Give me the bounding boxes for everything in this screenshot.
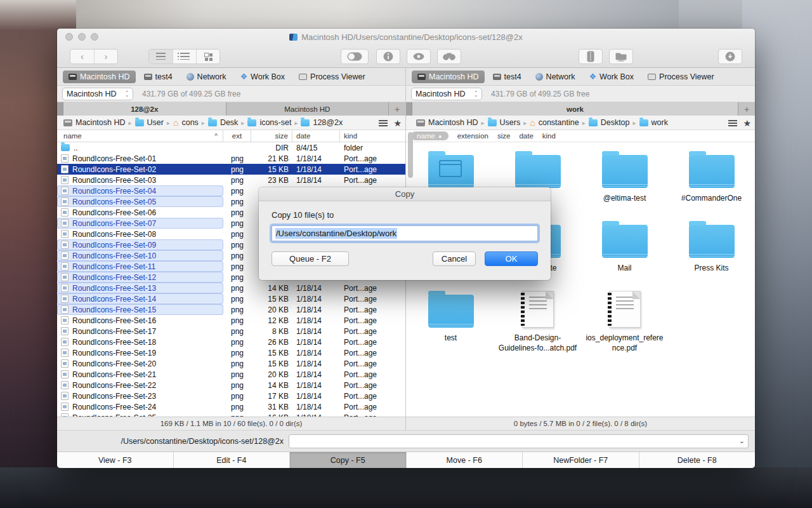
chevron-down-icon[interactable]: ⌄ <box>739 437 745 445</box>
downloads-button[interactable] <box>718 49 742 64</box>
file-row[interactable]: RoundIcons-Free-Set-25png16 KB1/18/14Por… <box>57 412 405 417</box>
column-header-size[interactable]: size <box>251 130 292 142</box>
column-header-kind[interactable]: kind <box>340 130 405 142</box>
file-row[interactable]: RoundIcons-Free-Set-02png15 KB1/18/14Por… <box>57 164 405 175</box>
new-tab-button[interactable]: + <box>389 102 405 116</box>
device-tab-macintosh-hd[interactable]: Macintosh HD <box>412 70 485 83</box>
breadcrumb-item[interactable]: work <box>639 118 668 127</box>
info-button[interactable] <box>376 49 400 64</box>
file-row[interactable]: RoundIcons-Free-Set-16png12 KB1/18/14Por… <box>57 315 405 326</box>
drive-select-right[interactable]: Macintosh HD ⌃⌄ <box>411 88 482 100</box>
file-row[interactable]: RoundIcons-Free-Set-14png15 KB1/18/14Por… <box>57 293 405 304</box>
breadcrumb-item[interactable]: Desktop <box>589 118 630 127</box>
device-tab-label: test4 <box>155 72 173 81</box>
column-header-name[interactable]: name▲ <box>411 131 449 140</box>
device-tab-network[interactable]: Network <box>181 70 232 83</box>
breadcrumb-item[interactable]: 128@2x <box>301 118 343 127</box>
grid-item[interactable]: #CommanderOne <box>668 151 755 221</box>
list-view-button[interactable] <box>149 50 173 64</box>
ok-button[interactable]: OK <box>485 251 538 266</box>
device-tab-process-viewer[interactable]: Process Viewer <box>293 70 371 83</box>
file-row[interactable]: RoundIcons-Free-Set-17png8 KB1/18/14Port… <box>57 326 405 337</box>
pane-tab-work[interactable]: work <box>412 102 738 116</box>
breadcrumb-item[interactable]: Desk <box>208 118 238 127</box>
file-row[interactable]: RoundIcons-Free-Set-13png14 KB1/18/14Por… <box>57 283 405 293</box>
grid-item-icon-box <box>428 291 474 328</box>
file-row[interactable]: ..DIR8/4/15folder <box>57 142 405 153</box>
archive-button[interactable] <box>579 49 603 64</box>
breadcrumb-item[interactable]: Users <box>488 118 521 127</box>
favorites-star-icon[interactable]: ★ <box>743 119 751 128</box>
detail-view-button[interactable] <box>173 50 196 64</box>
pane-tab-128-2x[interactable]: 128@2x <box>63 102 226 116</box>
device-tab-test4[interactable]: test4 <box>487 70 527 83</box>
zoom-button[interactable] <box>91 33 98 41</box>
breadcrumb-item[interactable]: icons-set <box>247 118 291 127</box>
grid-item[interactable]: Mail <box>581 221 668 291</box>
drive-select-left[interactable]: Macintosh HD ⌃⌄ <box>62 88 133 100</box>
fn-button-copy-f5[interactable]: Copy - F5 <box>289 452 406 468</box>
device-tab-network[interactable]: Network <box>530 70 581 83</box>
fn-button-delete-f8[interactable]: Delete - F8 <box>639 452 756 468</box>
panel-toggle-button[interactable] <box>341 49 369 64</box>
grid-item[interactable]: Band-Design-Guidelines-fo...atch.pdf <box>494 291 581 361</box>
history-menu-icon[interactable] <box>379 120 388 126</box>
column-header-date[interactable]: date <box>292 130 340 142</box>
file-row[interactable]: RoundIcons-Free-Set-18png26 KB1/18/14Por… <box>57 337 405 347</box>
file-row[interactable]: RoundIcons-Free-Set-01png21 KB1/18/14Por… <box>57 153 405 164</box>
history-menu-icon[interactable] <box>728 120 737 126</box>
device-tab-process-viewer[interactable]: Process Viewer <box>642 70 720 83</box>
device-tab-test4[interactable]: test4 <box>138 70 178 83</box>
fn-button-move-f6[interactable]: Move - F6 <box>406 452 523 468</box>
device-tab-work-box[interactable]: ❖Work Box <box>583 70 639 83</box>
breadcrumb-item[interactable]: ⌂constantine <box>530 118 579 127</box>
scrollbar-thumb[interactable] <box>408 132 413 178</box>
grid-view-button[interactable] <box>196 50 219 64</box>
grid-item[interactable]: Press Kits <box>668 221 755 291</box>
file-row[interactable]: RoundIcons-Free-Set-23png17 KB1/18/14Por… <box>57 391 405 401</box>
file-row[interactable]: RoundIcons-Free-Set-21png20 KB1/18/14Por… <box>57 369 405 380</box>
back-button[interactable]: ‹ <box>70 50 94 64</box>
pane-tab-macintosh-hd[interactable]: Macintosh HD <box>226 102 390 116</box>
destination-input[interactable]: /Users/constantine/Desktop/work <box>272 225 538 241</box>
favorites-star-icon[interactable]: ★ <box>393 119 402 128</box>
column-header-size[interactable]: size <box>497 132 510 140</box>
file-date-cell: 1/18/14 <box>292 283 340 293</box>
search-button[interactable] <box>437 49 461 64</box>
grid-item[interactable]: ios_deployment_reference.pdf <box>581 291 668 361</box>
file-row[interactable]: RoundIcons-Free-Set-15png20 KB1/18/14Por… <box>57 304 405 315</box>
file-row[interactable]: RoundIcons-Free-Set-19png15 KB1/18/14Por… <box>57 347 405 358</box>
column-header-extension[interactable]: extension <box>457 132 488 140</box>
file-row[interactable]: RoundIcons-Free-Set-22png14 KB1/18/14Por… <box>57 380 405 391</box>
command-line-input[interactable] <box>289 434 749 448</box>
column-header-date[interactable]: date <box>519 132 533 140</box>
grid-item[interactable]: test <box>407 291 494 361</box>
breadcrumb-item[interactable]: Macintosh HD <box>416 118 478 127</box>
close-button[interactable] <box>65 33 73 41</box>
breadcrumb-item[interactable]: User <box>135 118 164 127</box>
column-header-ext[interactable]: ext <box>223 130 251 142</box>
fn-button-view-f3[interactable]: View - F3 <box>57 452 173 468</box>
fn-button-edit-f4[interactable]: Edit - F4 <box>173 452 290 468</box>
window-title: Macintosh HD/Users/constantine/Desktop/i… <box>301 32 522 42</box>
forward-button[interactable]: › <box>94 50 117 64</box>
breadcrumb-item[interactable]: Macintosh HD <box>63 118 126 127</box>
device-tab-work-box[interactable]: ❖Work Box <box>234 70 291 83</box>
new-tab-button[interactable]: + <box>738 102 755 116</box>
column-header-kind[interactable]: kind <box>542 132 556 140</box>
file-row[interactable]: RoundIcons-Free-Set-03png23 KB1/18/14Por… <box>57 175 405 185</box>
network-folder-button[interactable] <box>609 49 633 64</box>
fn-button-newfolder-f7[interactable]: NewFolder - F7 <box>522 452 639 468</box>
minimize-button[interactable] <box>78 33 86 41</box>
column-header-name[interactable]: name^ <box>57 130 223 142</box>
preview-button[interactable] <box>407 49 431 64</box>
file-date-cell: 1/18/14 <box>292 358 340 369</box>
file-row[interactable]: RoundIcons-Free-Set-24png31 KB1/18/14Por… <box>57 401 405 412</box>
queue-button[interactable]: Queue - F2 <box>272 251 349 266</box>
file-row[interactable]: RoundIcons-Free-Set-20png15 KB1/18/14Por… <box>57 358 405 369</box>
grid-item[interactable]: @eltima-test <box>581 151 668 221</box>
breadcrumb-item[interactable]: ⌂cons <box>173 118 199 127</box>
cancel-button[interactable]: Cancel <box>433 251 476 266</box>
file-name: RoundIcons-Free-Set-11 <box>72 262 155 271</box>
device-tab-macintosh-hd[interactable]: Macintosh HD <box>63 70 136 83</box>
